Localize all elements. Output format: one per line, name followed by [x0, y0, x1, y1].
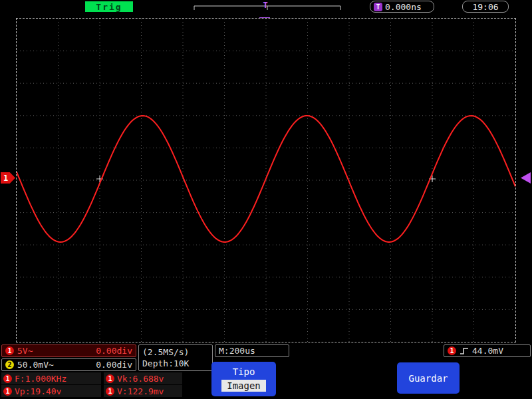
channel2-badge: 2 — [5, 360, 14, 369]
memory-depth: Depth:10K — [142, 358, 189, 368]
measurement-vk: 1 Vk:6.688v — [104, 372, 182, 384]
tipo-menu-button[interactable]: Tipo Imagen — [211, 362, 276, 396]
waveform-display — [16, 18, 516, 342]
timebase-readout: M:200us — [215, 344, 289, 357]
measurement-badge: 1 — [3, 374, 12, 383]
clock: 19:06 — [462, 1, 509, 13]
measurement-label: F:1.000KHz — [15, 374, 66, 384]
rising-edge-icon — [460, 347, 469, 355]
measurement-badge: 1 — [3, 387, 12, 396]
measurement-label: Vk:6.688v — [117, 374, 164, 384]
measurement-label: V:122.9mv — [117, 386, 164, 396]
trig-status-label: Trig — [85, 1, 133, 12]
acquisition-readout: (2.5MS/s) Depth:10K — [138, 344, 213, 371]
channel2-scale: 50.0mV~ — [17, 360, 54, 370]
waveform-canvas — [17, 19, 515, 342]
trigger-level-value: 44.0mV — [472, 346, 503, 356]
trigger-time-readout: T 0.000ns — [370, 1, 434, 13]
channel1-position: 0.00div — [96, 346, 132, 356]
trigger-ruler-t-marker[interactable]: T — [261, 0, 270, 11]
channel2-readout: 2 50.0mV~ 0.00div — [1, 358, 136, 371]
tipo-label: Tipo — [233, 366, 255, 377]
oscilloscope-screen: Trig T T T 0.000ns 19:06 1 1 5V~ 0.00div… — [0, 0, 532, 399]
trigger-time-value: 0.000ns — [385, 2, 422, 12]
sample-rate: (2.5MS/s) — [142, 347, 189, 357]
measurement-label: Vp:19.40v — [15, 386, 61, 396]
measurement-badge: 1 — [106, 387, 114, 396]
measurement-v: 1 V:122.9mv — [104, 385, 182, 397]
channel1-badge: 1 — [5, 346, 14, 355]
channel1-scale: 5V~ — [17, 346, 33, 356]
channel1-ground-marker[interactable]: 1 — [1, 172, 15, 184]
trigger-time-icon: T — [374, 3, 382, 11]
trigger-level-readout: 1 44.0mV — [444, 344, 531, 357]
trigger-source-badge: 1 — [448, 346, 456, 355]
trigger-level-arrow[interactable] — [521, 172, 531, 184]
channel1-readout: 1 5V~ 0.00div — [1, 344, 136, 357]
measurement-badge: 1 — [106, 374, 114, 383]
measurement-frequency: 1 F:1.000KHz — [1, 372, 101, 384]
tipo-selected-value: Imagen — [221, 380, 266, 392]
measurement-vp: 1 Vp:19.40v — [1, 385, 101, 397]
guardar-button[interactable]: Guardar — [397, 362, 460, 394]
channel2-position: 0.00div — [96, 360, 132, 370]
